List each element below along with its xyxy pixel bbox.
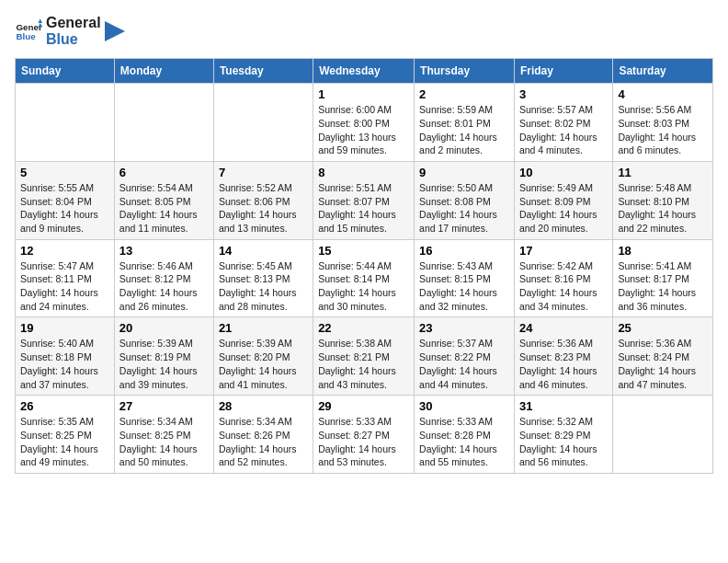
day-cell: 30Sunrise: 5:33 AMSunset: 8:28 PMDayligh… [415, 396, 515, 474]
day-number: 30 [419, 399, 509, 413]
day-cell: 17Sunrise: 5:42 AMSunset: 8:16 PMDayligh… [514, 239, 612, 317]
day-info: Sunrise: 5:49 AMSunset: 8:09 PMDaylight:… [519, 181, 608, 236]
day-cell: 22Sunrise: 5:38 AMSunset: 8:21 PMDayligh… [313, 317, 415, 396]
day-cell: 24Sunrise: 5:36 AMSunset: 8:23 PMDayligh… [514, 317, 612, 396]
svg-marker-2 [39, 18, 43, 23]
day-info: Sunrise: 5:41 AMSunset: 8:17 PMDaylight:… [618, 259, 708, 314]
day-cell: 10Sunrise: 5:49 AMSunset: 8:09 PMDayligh… [514, 161, 612, 239]
day-number: 6 [119, 166, 209, 179]
day-info: Sunrise: 5:44 AMSunset: 8:14 PMDaylight:… [318, 259, 409, 314]
day-number: 25 [618, 321, 708, 335]
day-number: 1 [318, 87, 409, 101]
day-info: Sunrise: 5:34 AMSunset: 8:26 PMDaylight:… [219, 415, 308, 469]
day-info: Sunrise: 5:48 AMSunset: 8:10 PMDaylight:… [618, 181, 708, 236]
day-number: 28 [219, 399, 308, 413]
day-info: Sunrise: 5:45 AMSunset: 8:13 PMDaylight:… [219, 259, 308, 314]
day-info: Sunrise: 5:33 AMSunset: 8:28 PMDaylight:… [419, 415, 509, 469]
day-cell: 5Sunrise: 5:55 AMSunset: 8:04 PMDaylight… [16, 161, 115, 239]
weekday-saturday: Saturday [613, 59, 713, 84]
day-number: 26 [20, 399, 109, 413]
day-info: Sunrise: 5:42 AMSunset: 8:16 PMDaylight:… [519, 259, 608, 314]
day-number: 29 [318, 399, 409, 413]
calendar-table: SundayMondayTuesdayWednesdayThursdayFrid… [15, 58, 713, 474]
day-info: Sunrise: 5:55 AMSunset: 8:04 PMDaylight:… [20, 181, 109, 236]
day-cell: 7Sunrise: 5:52 AMSunset: 8:06 PMDaylight… [213, 161, 313, 239]
day-cell: 21Sunrise: 5:39 AMSunset: 8:20 PMDayligh… [213, 317, 313, 396]
day-number: 19 [20, 321, 109, 335]
day-info: Sunrise: 5:33 AMSunset: 8:27 PMDaylight:… [318, 415, 409, 469]
day-info: Sunrise: 5:51 AMSunset: 8:07 PMDaylight:… [318, 181, 409, 236]
day-info: Sunrise: 5:37 AMSunset: 8:22 PMDaylight:… [419, 337, 509, 391]
day-info: Sunrise: 5:40 AMSunset: 8:18 PMDaylight:… [20, 337, 109, 391]
weekday-sunday: Sunday [16, 59, 115, 84]
day-number: 3 [519, 87, 608, 101]
day-info: Sunrise: 5:38 AMSunset: 8:21 PMDaylight:… [318, 337, 409, 391]
day-number: 14 [219, 244, 308, 258]
day-number: 23 [419, 321, 509, 335]
day-info: Sunrise: 5:57 AMSunset: 8:02 PMDaylight:… [519, 103, 608, 157]
weekday-friday: Friday [514, 59, 612, 84]
svg-marker-4 [105, 21, 125, 41]
day-cell: 25Sunrise: 5:36 AMSunset: 8:24 PMDayligh… [613, 317, 713, 396]
day-info: Sunrise: 5:50 AMSunset: 8:08 PMDaylight:… [419, 181, 509, 236]
day-cell: 26Sunrise: 5:35 AMSunset: 8:25 PMDayligh… [16, 396, 115, 474]
day-number: 22 [318, 321, 409, 335]
day-cell [213, 84, 313, 162]
day-info: Sunrise: 5:56 AMSunset: 8:03 PMDaylight:… [618, 103, 708, 157]
page: General Blue General Blue SundayMondayTu… [0, 0, 728, 563]
logo: General Blue General Blue [15, 15, 125, 47]
logo-icon: General Blue [15, 17, 42, 45]
day-number: 11 [618, 166, 708, 179]
day-cell: 11Sunrise: 5:48 AMSunset: 8:10 PMDayligh… [613, 161, 713, 239]
day-info: Sunrise: 5:36 AMSunset: 8:23 PMDaylight:… [519, 337, 608, 391]
day-number: 17 [519, 244, 608, 258]
day-cell [613, 396, 713, 474]
day-cell: 9Sunrise: 5:50 AMSunset: 8:08 PMDaylight… [415, 161, 515, 239]
day-cell: 12Sunrise: 5:47 AMSunset: 8:11 PMDayligh… [16, 239, 115, 317]
week-row-2: 5Sunrise: 5:55 AMSunset: 8:04 PMDaylight… [16, 161, 713, 239]
day-info: Sunrise: 5:52 AMSunset: 8:06 PMDaylight:… [219, 181, 308, 236]
day-number: 18 [618, 244, 708, 258]
logo-blue: Blue [46, 31, 101, 48]
svg-text:General: General [17, 21, 43, 31]
day-cell: 14Sunrise: 5:45 AMSunset: 8:13 PMDayligh… [213, 239, 313, 317]
day-cell: 15Sunrise: 5:44 AMSunset: 8:14 PMDayligh… [313, 239, 415, 317]
day-number: 8 [318, 166, 409, 179]
day-info: Sunrise: 5:46 AMSunset: 8:12 PMDaylight:… [119, 259, 209, 314]
logo-general: General [46, 15, 101, 31]
day-number: 12 [20, 244, 109, 258]
day-cell: 6Sunrise: 5:54 AMSunset: 8:05 PMDaylight… [114, 161, 213, 239]
day-cell: 13Sunrise: 5:46 AMSunset: 8:12 PMDayligh… [114, 239, 213, 317]
svg-text:Blue: Blue [17, 31, 37, 41]
day-cell: 20Sunrise: 5:39 AMSunset: 8:19 PMDayligh… [114, 317, 213, 396]
day-info: Sunrise: 5:35 AMSunset: 8:25 PMDaylight:… [20, 415, 109, 469]
day-cell [114, 84, 213, 162]
day-cell: 8Sunrise: 5:51 AMSunset: 8:07 PMDaylight… [313, 161, 415, 239]
day-cell: 31Sunrise: 5:32 AMSunset: 8:29 PMDayligh… [514, 396, 612, 474]
day-number: 13 [119, 244, 209, 258]
day-number: 9 [419, 166, 509, 179]
day-info: Sunrise: 5:32 AMSunset: 8:29 PMDaylight:… [519, 415, 608, 469]
day-info: Sunrise: 5:54 AMSunset: 8:05 PMDaylight:… [119, 181, 209, 236]
day-number: 15 [318, 244, 409, 258]
day-number: 31 [519, 399, 608, 413]
day-info: Sunrise: 5:59 AMSunset: 8:01 PMDaylight:… [419, 103, 509, 157]
day-info: Sunrise: 5:39 AMSunset: 8:19 PMDaylight:… [119, 337, 209, 391]
day-cell: 29Sunrise: 5:33 AMSunset: 8:27 PMDayligh… [313, 396, 415, 474]
logo-arrow-icon [105, 21, 125, 41]
day-cell: 3Sunrise: 5:57 AMSunset: 8:02 PMDaylight… [514, 84, 612, 162]
day-info: Sunrise: 5:36 AMSunset: 8:24 PMDaylight:… [618, 337, 708, 391]
day-number: 21 [219, 321, 308, 335]
day-number: 27 [119, 399, 209, 413]
day-number: 2 [419, 87, 509, 101]
weekday-header-row: SundayMondayTuesdayWednesdayThursdayFrid… [16, 59, 713, 84]
day-number: 7 [219, 166, 308, 179]
day-number: 24 [519, 321, 608, 335]
day-cell: 23Sunrise: 5:37 AMSunset: 8:22 PMDayligh… [415, 317, 515, 396]
day-number: 20 [119, 321, 209, 335]
day-cell: 28Sunrise: 5:34 AMSunset: 8:26 PMDayligh… [213, 396, 313, 474]
day-number: 4 [618, 87, 708, 101]
day-cell: 16Sunrise: 5:43 AMSunset: 8:15 PMDayligh… [415, 239, 515, 317]
day-number: 16 [419, 244, 509, 258]
day-info: Sunrise: 5:34 AMSunset: 8:25 PMDaylight:… [119, 415, 209, 469]
